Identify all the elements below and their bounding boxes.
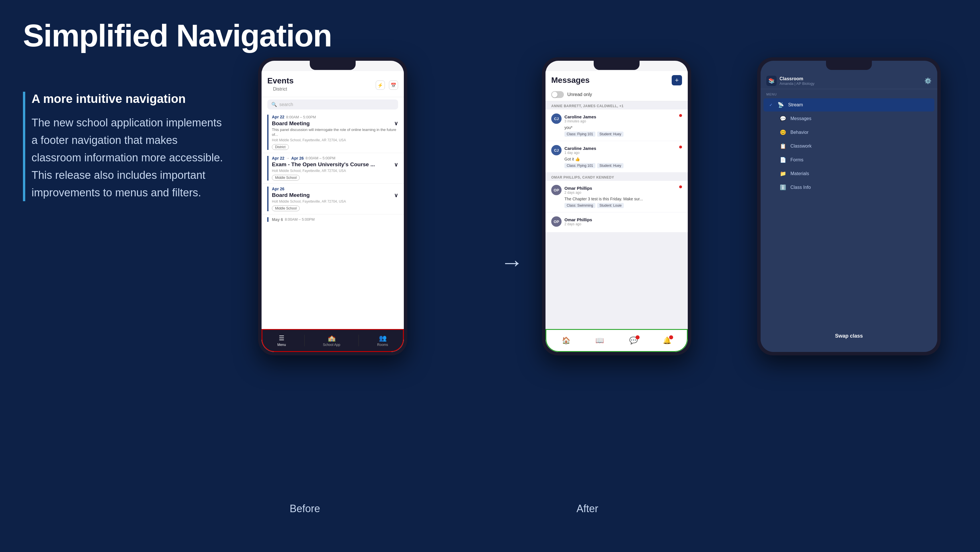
- unread-filter-bar: Unread only: [546, 88, 688, 101]
- event-desc: This panel discussion will interrogate t…: [272, 127, 398, 137]
- message-time: 2 days ago: [565, 222, 592, 226]
- sender-name: Omar Phillips: [565, 217, 592, 222]
- event-date: May 6: [272, 217, 283, 222]
- notifications-badge: [669, 335, 673, 339]
- calendar-icon[interactable]: 📅: [389, 81, 398, 90]
- sidebar-item-label: Messages: [791, 116, 811, 121]
- unread-indicator: [679, 146, 682, 149]
- sidebar-item-label: Behavior: [791, 130, 808, 135]
- phone-notch: [826, 61, 872, 70]
- sidebar-item-classwork[interactable]: 📋 Classwork: [764, 140, 934, 153]
- message-card[interactable]: OP Omar Phillips 2 days ago: [546, 213, 688, 232]
- classwork-icon: 📋: [780, 143, 786, 149]
- section-body: The new school application implements a …: [32, 114, 224, 201]
- section-title: A more intuitive navigation: [32, 92, 224, 106]
- footer-schoolapp-item[interactable]: 🏫 School App: [323, 335, 340, 347]
- materials-icon: 📁: [780, 171, 786, 177]
- sidebar-item-messages[interactable]: 💬 Messages: [764, 112, 934, 125]
- message-text: Got it 👍: [565, 157, 682, 161]
- sidebar-item-materials[interactable]: 📁 Materials: [764, 167, 934, 180]
- left-section: A more intuitive navigation The new scho…: [23, 92, 224, 201]
- unread-label: Unread only: [567, 92, 592, 97]
- classroom-info: Classroom Amanda | AP Biology: [780, 76, 924, 86]
- p1-header: Events District ⚡ 📅: [262, 71, 404, 97]
- event-location: Holt Middle School, Fayetteville, AR 727…: [272, 138, 398, 142]
- event-time: 8:00AM – 5:00PM: [285, 217, 315, 222]
- student-tag: Student: Huey: [597, 163, 624, 168]
- footer-rooms-label: Rooms: [377, 343, 388, 347]
- sidebar-item-behavior[interactable]: 😊 Behavior: [764, 126, 934, 139]
- expand-icon[interactable]: ∨: [394, 161, 398, 168]
- sidebar-item-stream[interactable]: ✓ 📡 Stream: [764, 98, 934, 111]
- filter-icon[interactable]: ⚡: [376, 81, 385, 90]
- expand-icon[interactable]: ∨: [394, 120, 398, 127]
- add-message-button[interactable]: +: [672, 75, 682, 86]
- message-time: 2 days ago: [565, 190, 592, 195]
- phone-before: Events District ⚡ 📅 🔍 search Apr 22: [258, 57, 407, 355]
- phone-before-label: Before: [290, 503, 320, 515]
- p1-footer: ☰ Menu 🏫 School App 👥 Rooms: [262, 329, 404, 352]
- expand-icon[interactable]: ∨: [394, 192, 398, 198]
- sender-name: Caroline James: [565, 114, 596, 119]
- phone-sidebar: 📚 Classroom Amanda | AP Biology ⚙️ MENU …: [757, 57, 941, 355]
- unread-toggle[interactable]: [551, 91, 564, 98]
- rooms-icon: 👥: [379, 335, 387, 342]
- phone-notch: [594, 61, 640, 70]
- event-name: Board Meeting: [272, 192, 310, 198]
- event-tag: Middle School: [272, 175, 300, 181]
- events-list: Apr 22 8:00AM – 5:00PM Board Meeting ∨ T…: [262, 112, 404, 225]
- footer-menu-label: Menu: [277, 343, 286, 347]
- event-item: Apr 26 Board Meeting ∨ Holt Middle Schoo…: [267, 187, 398, 211]
- event-tag: Middle School: [272, 206, 300, 211]
- classinfo-icon: ℹ️: [780, 184, 786, 190]
- footer-messages-item[interactable]: 💬: [629, 336, 638, 344]
- message-time: 1 day ago: [565, 151, 596, 155]
- message-time: 3 minutes ago: [565, 119, 596, 123]
- student-tag: Student: Huey: [597, 132, 624, 137]
- event-tag: District: [272, 144, 289, 150]
- book-icon: 📖: [595, 336, 604, 344]
- footer-menu-item[interactable]: ☰ Menu: [277, 335, 286, 347]
- event-name: Exam - The Open University's Course ...: [272, 161, 375, 168]
- swap-class-button[interactable]: Swap class: [766, 328, 932, 343]
- message-card[interactable]: CJ Caroline James 1 day ago Got it 👍 Cla…: [546, 141, 688, 173]
- footer-home-item[interactable]: 🏠: [562, 336, 570, 344]
- footer-notifications-item[interactable]: 🔔: [663, 336, 671, 344]
- p1-search-bar[interactable]: 🔍 search: [267, 100, 398, 109]
- event-name: Board Meeting: [272, 121, 310, 127]
- messages-icon: 💬: [780, 116, 786, 122]
- messages-badge: [636, 335, 640, 339]
- footer-book-item[interactable]: 📖: [595, 336, 604, 344]
- event-item: Apr 22 8:00AM – 5:00PM Board Meeting ∨ T…: [267, 115, 398, 150]
- p1-title: Events District: [267, 76, 294, 94]
- phone-notch: [310, 61, 356, 70]
- school-icon: 🏫: [328, 335, 336, 342]
- unread-indicator: [679, 186, 682, 188]
- footer-schoolapp-label: School App: [323, 343, 340, 347]
- page-heading: Simplified Navigation: [23, 17, 331, 54]
- search-placeholder: search: [279, 102, 293, 107]
- event-time: 8:00AM – 5:00PM: [286, 115, 316, 119]
- class-tag: Class: Swimming: [565, 203, 595, 208]
- menu-icon: ☰: [279, 335, 285, 342]
- sidebar-item-label: Class Info: [791, 185, 811, 190]
- message-card[interactable]: CJ Caroline James 3 minutes ago you* Cla…: [546, 109, 688, 141]
- p2-title: Messages: [551, 76, 590, 85]
- sidebar-item-classinfo[interactable]: ℹ️ Class Info: [764, 181, 934, 194]
- p2-header: Messages +: [546, 71, 688, 88]
- classroom-name: Classroom: [780, 76, 924, 81]
- footer-rooms-item[interactable]: 👥 Rooms: [377, 335, 388, 347]
- phone-after-label: After: [576, 503, 598, 515]
- p1-header-icons: ⚡ 📅: [376, 81, 398, 90]
- settings-icon[interactable]: ⚙️: [924, 78, 932, 84]
- message-text: The Chapter 3 test is this Friday. Make …: [565, 197, 682, 201]
- message-section-header: OMAR PHILLIPS, CANDY KENNEDY: [546, 173, 688, 181]
- message-card[interactable]: OP Omar Phillips 2 days ago The Chapter …: [546, 181, 688, 213]
- phone-after: Messages + Unread only ANNIE BARRETT, JA…: [542, 57, 691, 355]
- sidebar-item-label: Classwork: [791, 144, 811, 149]
- classroom-subtitle: Amanda | AP Biology: [780, 81, 924, 86]
- avatar: OP: [551, 185, 562, 195]
- event-location: Holt Middle School, Fayetteville, AR 727…: [272, 200, 398, 203]
- sidebar-item-forms[interactable]: 📄 Forms: [764, 153, 934, 167]
- message-section-header: ANNIE BARRETT, JAMES CALDWELL, +1: [546, 101, 688, 109]
